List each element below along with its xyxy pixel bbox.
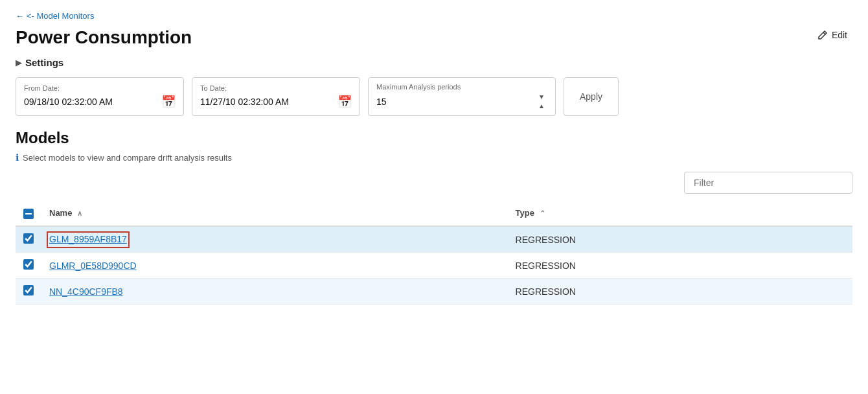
models-section: Models ℹ Select models to view and compa…: [16, 129, 852, 305]
from-date-value: 09/18/10 02:32:00 AM: [24, 97, 113, 107]
header-checkbox-cell: [16, 200, 41, 226]
back-link[interactable]: ← <- Model Monitors: [16, 11, 94, 21]
header-checkbox[interactable]: [23, 209, 34, 219]
row-checkbox-cell: [16, 226, 41, 253]
table-header: Name ∧ Type ⌃: [16, 200, 852, 226]
column-type[interactable]: Type ⌃: [508, 200, 852, 226]
models-table: Name ∧ Type ⌃ GLM_8959AF8B17REGRESSIONGL…: [16, 200, 852, 305]
settings-toggle-label: Settings: [25, 57, 63, 68]
to-date-label: To Date:: [200, 84, 352, 92]
analysis-periods-value: 15: [376, 97, 387, 107]
row-checkbox-2[interactable]: [23, 259, 34, 270]
analysis-periods-decrement[interactable]: ▼: [536, 93, 547, 101]
column-name[interactable]: Name ∧: [41, 200, 508, 226]
from-date-calendar-icon[interactable]: 📅: [161, 95, 176, 109]
to-date-value: 11/27/10 02:32:00 AM: [200, 97, 289, 107]
table-row: GLM_8959AF8B17REGRESSION: [16, 226, 852, 253]
back-link-label: <- Model Monitors: [27, 11, 94, 21]
page-container: ← <- Model Monitors Power Consumption Ed…: [0, 0, 868, 394]
from-date-inner: 09/18/10 02:32:00 AM 📅: [24, 95, 176, 109]
row-type-cell: REGRESSION: [508, 226, 852, 253]
apply-button[interactable]: Apply: [564, 77, 619, 116]
row-checkbox-3[interactable]: [23, 285, 34, 296]
column-type-label: Type: [516, 208, 534, 218]
stepper-buttons: ▼ ▲: [536, 93, 547, 110]
analysis-periods-label: Maximum Analysis periods: [376, 83, 547, 91]
row-checkbox-cell: [16, 279, 41, 305]
info-icon: ℹ: [16, 152, 19, 163]
models-title: Models: [16, 129, 852, 147]
to-date-calendar-icon[interactable]: 📅: [337, 95, 352, 109]
to-date-field[interactable]: To Date: 11/27/10 02:32:00 AM 📅: [192, 77, 360, 116]
page-title: Power Consumption: [16, 27, 192, 48]
row-type-cell: REGRESSION: [508, 253, 852, 279]
filter-input[interactable]: [684, 172, 852, 194]
pencil-icon: [817, 30, 828, 40]
row-checkbox-cell: [16, 253, 41, 279]
row-name-cell: NN_4C90CF9FB8: [41, 279, 508, 305]
settings-section: ▶ Settings From Date: 09/18/10 02:32:00 …: [16, 57, 852, 116]
model-link-2[interactable]: GLMR_0E58D990CD: [49, 261, 137, 271]
analysis-periods-field: Maximum Analysis periods 15 ▼ ▲: [368, 77, 556, 116]
model-link-1[interactable]: GLM_8959AF8B17: [49, 234, 127, 246]
settings-toggle[interactable]: ▶ Settings: [16, 57, 852, 68]
filter-row: [16, 172, 852, 194]
row-type-cell: REGRESSION: [508, 279, 852, 305]
models-tbody: GLM_8959AF8B17REGRESSIONGLMR_0E58D990CDR…: [16, 226, 852, 305]
table-header-row: Name ∧ Type ⌃: [16, 200, 852, 226]
table-row: NN_4C90CF9FB8REGRESSION: [16, 279, 852, 305]
from-date-label: From Date:: [24, 84, 176, 92]
page-header: Power Consumption Edit: [16, 27, 852, 48]
edit-button[interactable]: Edit: [812, 27, 852, 43]
row-name-cell: GLM_8959AF8B17: [41, 226, 508, 253]
column-name-label: Name: [49, 208, 72, 218]
analysis-periods-inner: 15 ▼ ▲: [376, 93, 547, 110]
row-name-cell: GLMR_0E58D990CD: [41, 253, 508, 279]
name-sort-icon[interactable]: ∧: [77, 209, 82, 217]
row-checkbox-1[interactable]: [23, 233, 34, 244]
back-arrow-icon: ←: [16, 11, 24, 21]
settings-chevron-icon: ▶: [16, 58, 21, 67]
from-date-field[interactable]: From Date: 09/18/10 02:32:00 AM 📅: [16, 77, 184, 116]
model-link-3[interactable]: NN_4C90CF9FB8: [49, 286, 123, 297]
filters-row: From Date: 09/18/10 02:32:00 AM 📅 To Dat…: [16, 77, 852, 116]
type-sort-icon[interactable]: ⌃: [540, 209, 545, 217]
edit-button-label: Edit: [832, 30, 847, 40]
analysis-periods-increment[interactable]: ▲: [536, 102, 547, 110]
table-row: GLMR_0E58D990CDREGRESSION: [16, 253, 852, 279]
info-text: Select models to view and compare drift …: [23, 153, 232, 163]
to-date-inner: 11/27/10 02:32:00 AM 📅: [200, 95, 352, 109]
info-row: ℹ Select models to view and compare drif…: [16, 152, 852, 163]
